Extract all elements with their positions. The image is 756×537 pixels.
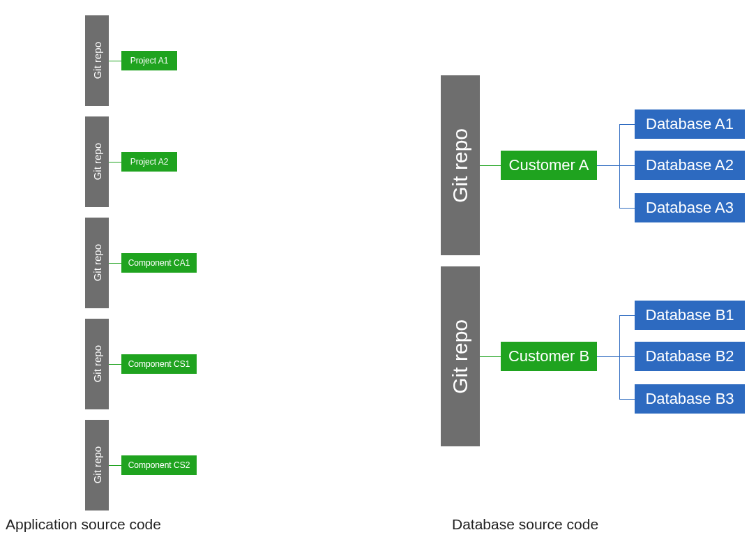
git-repo-label: Git repo <box>448 128 472 203</box>
git-repo-box-1: Git repo <box>85 15 109 106</box>
database-source-caption-text: Database source code <box>452 516 598 532</box>
database-label: Database A2 <box>646 156 734 174</box>
component-box-cs1: Component CS1 <box>121 354 197 374</box>
git-repo-label: Git repo <box>91 42 103 79</box>
component-label: Component CA1 <box>128 258 190 268</box>
database-label: Database A3 <box>646 199 734 216</box>
database-label: Database B1 <box>645 306 734 324</box>
connector-line <box>619 399 635 400</box>
component-label: Component CS1 <box>128 359 190 369</box>
connector-line <box>619 124 635 125</box>
git-repo-box-big-a: Git repo <box>441 75 480 255</box>
connector-line <box>619 315 620 399</box>
customer-label: Customer A <box>509 156 589 174</box>
database-box-a1: Database A1 <box>635 109 745 139</box>
database-label: Database B3 <box>645 390 734 407</box>
database-box-b1: Database B1 <box>635 301 745 330</box>
database-source-caption: Database source code <box>452 516 598 533</box>
git-repo-label: Git repo <box>91 244 103 281</box>
connector-line <box>109 61 121 61</box>
customer-box-a: Customer A <box>501 151 597 180</box>
git-repo-box-2: Git repo <box>85 116 109 207</box>
database-box-b3: Database B3 <box>635 384 745 414</box>
git-repo-box-4: Git repo <box>85 319 109 409</box>
project-box-a2: Project A2 <box>121 152 177 172</box>
connector-line <box>619 208 635 209</box>
connector-line <box>109 364 121 365</box>
connector-line <box>480 165 501 166</box>
project-label: Project A2 <box>130 157 169 167</box>
component-box-cs2: Component CS2 <box>121 455 197 475</box>
database-box-a3: Database A3 <box>635 193 745 222</box>
component-label: Component CS2 <box>128 460 190 470</box>
git-repo-label: Git repo <box>91 345 103 382</box>
connector-line <box>619 356 635 357</box>
connector-line <box>109 465 121 466</box>
git-repo-label: Git repo <box>448 319 472 394</box>
connector-line <box>619 165 635 166</box>
application-source-caption-text: Application source code <box>6 516 161 532</box>
customer-box-b: Customer B <box>501 342 597 371</box>
connector-line <box>109 162 121 162</box>
database-box-b2: Database B2 <box>635 342 745 371</box>
project-box-a1: Project A1 <box>121 51 177 70</box>
connector-line <box>597 356 619 357</box>
git-repo-box-3: Git repo <box>85 218 109 308</box>
git-repo-box-5: Git repo <box>85 420 109 510</box>
connector-line <box>109 263 121 264</box>
application-source-caption: Application source code <box>6 516 161 533</box>
database-label: Database A1 <box>646 115 734 133</box>
connector-line <box>619 124 620 208</box>
git-repo-label: Git repo <box>91 446 103 483</box>
database-box-a2: Database A2 <box>635 151 745 180</box>
project-label: Project A1 <box>130 56 169 66</box>
component-box-ca1: Component CA1 <box>121 253 197 273</box>
connector-line <box>480 356 501 357</box>
connector-line <box>619 315 635 316</box>
customer-label: Customer B <box>508 347 589 365</box>
git-repo-box-big-b: Git repo <box>441 266 480 446</box>
database-label: Database B2 <box>645 347 734 365</box>
git-repo-label: Git repo <box>91 143 103 180</box>
connector-line <box>597 165 619 166</box>
